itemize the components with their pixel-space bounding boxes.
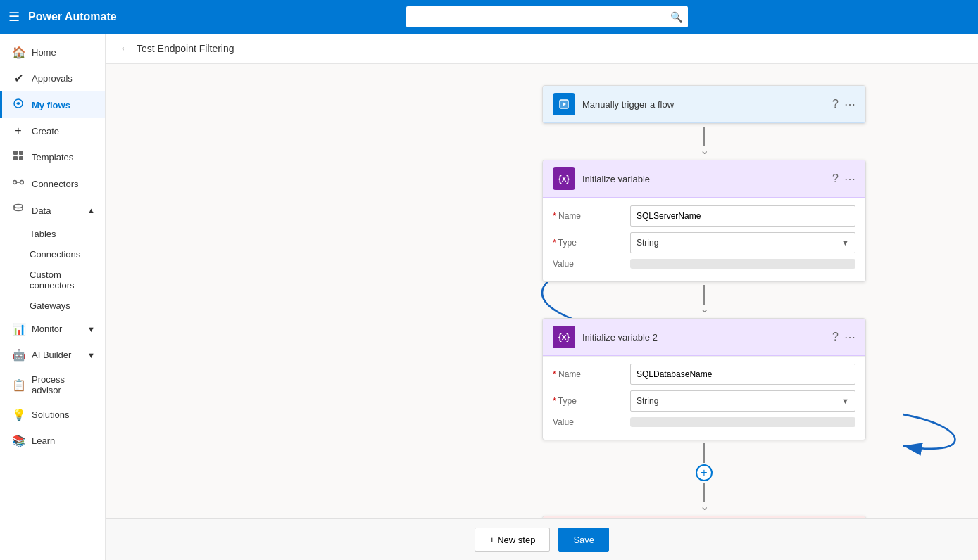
ai-builder-chevron-icon: ▼ xyxy=(87,351,95,359)
field-type-1: Type String ▼ xyxy=(553,232,855,253)
select-chevron-type-2: ▼ xyxy=(841,397,849,405)
step-header-trigger: Manually trigger a flow ? ⋯ xyxy=(543,86,865,123)
approvals-icon: ✔ xyxy=(12,72,25,85)
content-area: ← Test Endpoint Filtering xyxy=(106,34,978,560)
select-value-type-1: String xyxy=(637,238,658,248)
hamburger-icon[interactable]: ☰ xyxy=(8,9,20,25)
search-container: 🔍 xyxy=(406,6,688,27)
sidebar-item-my-flows[interactable]: My flows xyxy=(0,91,105,118)
ai-builder-icon: 🤖 xyxy=(12,348,25,362)
step-actions-init-var-2: ? ⋯ xyxy=(832,331,855,344)
sidebar-item-connectors[interactable]: Connectors xyxy=(0,170,105,197)
field-name-2: Name xyxy=(553,364,855,385)
app-logo: Power Automate xyxy=(28,11,117,23)
more-icon-init-var-1[interactable]: ⋯ xyxy=(844,172,855,186)
step-card-init-var-2: {x} Initialize variable 2 ? ⋯ Name xyxy=(542,318,866,440)
trigger-icon xyxy=(553,93,575,115)
svg-point-5 xyxy=(13,181,17,184)
sidebar-item-label: Home xyxy=(32,47,56,58)
sidebar-item-gateways[interactable]: Gateways xyxy=(0,295,105,316)
sidebar-sub-label: Tables xyxy=(30,229,56,239)
sidebar-item-solutions[interactable]: 💡 Solutions xyxy=(0,402,105,428)
sidebar-item-label: Solutions xyxy=(32,409,69,420)
step-header-init-var-1: {x} Initialize variable ? ⋯ xyxy=(543,160,865,198)
step-title-init-var-1: Initialize variable xyxy=(582,174,825,184)
solutions-icon: 💡 xyxy=(12,408,25,421)
sidebar-sub-label: Connections xyxy=(30,249,80,260)
sidebar-item-label: Process advisor xyxy=(32,374,95,395)
field-select-type-1[interactable]: String ▼ xyxy=(630,232,855,253)
sidebar-sub-label: Gateways xyxy=(30,300,70,311)
step-body-init-var-1: Name Type String ▼ Value xyxy=(543,198,865,281)
sidebar-item-connections[interactable]: Connections xyxy=(0,244,105,265)
step-card-init-var-1: {x} Initialize variable ? ⋯ Name xyxy=(542,160,866,282)
sidebar-item-label: Connectors xyxy=(32,179,78,189)
sidebar-sub-label: Custom connectors xyxy=(30,269,75,291)
init-var-2-icon: {x} xyxy=(553,326,575,348)
field-select-type-2[interactable]: String ▼ xyxy=(630,390,855,412)
step-card-trigger: Manually trigger a flow ? ⋯ xyxy=(542,85,866,124)
sidebar-item-label: Approvals xyxy=(32,73,73,84)
sidebar-item-process-advisor[interactable]: 📋 Process advisor xyxy=(0,368,105,402)
field-label-value-2: Value xyxy=(553,417,623,427)
sidebar-item-ai-builder[interactable]: 🤖 AI Builder ▼ xyxy=(0,342,105,368)
search-input[interactable] xyxy=(406,6,688,27)
help-icon-trigger[interactable]: ? xyxy=(832,98,839,110)
sidebar-item-home[interactable]: 🏠 Home xyxy=(0,39,105,65)
field-name-1: Name xyxy=(553,205,855,227)
search-icon: 🔍 xyxy=(670,11,682,23)
help-icon-init-var-1[interactable]: ? xyxy=(832,172,839,185)
field-input-name-1[interactable] xyxy=(630,205,855,227)
new-step-button[interactable]: + New step xyxy=(475,528,550,552)
save-button[interactable]: Save xyxy=(558,528,609,552)
sidebar-item-data[interactable]: Data ▲ xyxy=(0,197,105,224)
svg-rect-2 xyxy=(19,151,23,155)
field-blurred-value-2[interactable] xyxy=(630,417,855,427)
select-chevron-type-1: ▼ xyxy=(841,238,849,247)
connectors-icon xyxy=(12,177,25,191)
monitor-chevron-icon: ▼ xyxy=(87,325,95,333)
sidebar-item-approvals[interactable]: ✔ Approvals xyxy=(0,65,105,91)
init-var-1-icon: {x} xyxy=(553,167,575,190)
sidebar: 🏠 Home ✔ Approvals My flows + Create Tem… xyxy=(0,34,106,560)
field-label-name-1: Name xyxy=(553,211,623,221)
templates-icon xyxy=(12,150,25,164)
flow-steps: Manually trigger a flow ? ⋯ ⌄ xyxy=(542,85,866,560)
step-title-trigger: Manually trigger a flow xyxy=(582,99,825,110)
sidebar-item-label: AI Builder xyxy=(32,350,71,360)
svg-rect-3 xyxy=(13,156,18,160)
flows-icon xyxy=(12,98,25,112)
more-icon-trigger[interactable]: ⋯ xyxy=(844,98,855,111)
step-actions-trigger: ? ⋯ xyxy=(832,98,855,111)
field-blurred-value-1[interactable] xyxy=(630,259,855,269)
data-chevron-icon: ▲ xyxy=(87,206,95,215)
home-icon: 🏠 xyxy=(12,46,25,59)
sidebar-item-monitor[interactable]: 📊 Monitor ▼ xyxy=(0,316,105,342)
flow-canvas: Manually trigger a flow ? ⋯ ⌄ xyxy=(106,64,978,560)
back-button[interactable]: ← xyxy=(120,42,131,55)
step-actions-init-var-1: ? ⋯ xyxy=(832,172,855,186)
sidebar-item-learn[interactable]: 📚 Learn xyxy=(0,428,105,454)
flow-connector-3: + ⌄ xyxy=(696,440,713,516)
sidebar-item-custom-connectors[interactable]: Custom connectors xyxy=(0,265,105,295)
sidebar-item-label: Learn xyxy=(32,435,55,446)
field-value-2: Value xyxy=(553,417,855,427)
sidebar-item-create[interactable]: + Create xyxy=(0,118,105,144)
monitor-icon: 📊 xyxy=(12,322,25,336)
help-icon-init-var-2[interactable]: ? xyxy=(832,331,839,343)
field-type-2: Type String ▼ xyxy=(553,390,855,412)
learn-icon: 📚 xyxy=(12,434,25,447)
sidebar-item-label: My flows xyxy=(32,100,70,110)
select-value-type-2: String xyxy=(637,396,658,406)
field-input-name-2[interactable] xyxy=(630,364,855,385)
field-label-type-2: Type xyxy=(553,396,623,406)
more-icon-init-var-2[interactable]: ⋯ xyxy=(844,331,855,344)
sidebar-item-label: Data xyxy=(32,205,51,216)
add-step-btn-3[interactable]: + xyxy=(696,464,713,481)
breadcrumb-bar: ← Test Endpoint Filtering xyxy=(106,34,978,64)
field-label-value-1: Value xyxy=(553,259,623,269)
sidebar-item-tables[interactable]: Tables xyxy=(0,224,105,244)
sidebar-item-templates[interactable]: Templates xyxy=(0,144,105,170)
flow-connector-1: ⌄ xyxy=(700,124,709,160)
bottom-action-bar: + New step Save xyxy=(106,518,978,560)
